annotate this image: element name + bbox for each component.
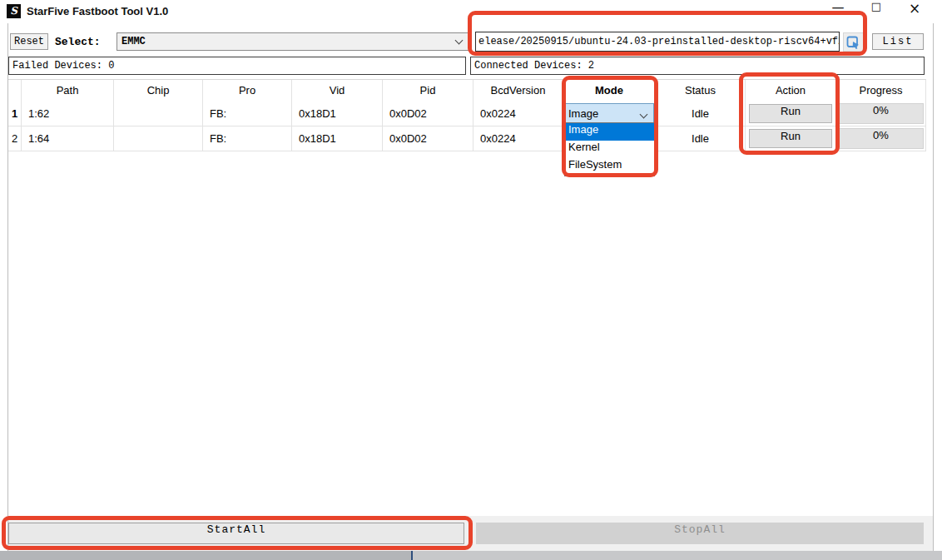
progress-value: 0% bbox=[838, 128, 924, 149]
action-cell: Run bbox=[746, 102, 836, 126]
reset-button[interactable]: Reset bbox=[10, 33, 48, 50]
column-header-progress: Progress bbox=[836, 80, 926, 102]
run-button[interactable]: Run bbox=[749, 129, 832, 148]
taskbar-divider bbox=[411, 551, 413, 560]
progress-cell: 0% bbox=[836, 102, 926, 126]
progress-value: 0% bbox=[838, 103, 924, 124]
vid-cell: 0x18D1 bbox=[292, 126, 383, 151]
mode-dropdown-popup: Image Kernel FileSystem bbox=[564, 122, 655, 176]
image-path-input[interactable]: elease/20250915/ubuntu-24.03-preinstalle… bbox=[475, 32, 840, 52]
row-number: 2 bbox=[8, 126, 22, 151]
pro-cell: FB: bbox=[203, 126, 292, 151]
file-select-icon bbox=[846, 38, 860, 52]
titlebar: S StarFive Fastboot Tool V1.0 — □ × bbox=[0, 0, 942, 23]
chevron-down-icon bbox=[640, 111, 648, 119]
device-table: Path Chip Pro Vid Pid BcdVersion Mode St… bbox=[8, 79, 926, 151]
table-header-row: Path Chip Pro Vid Pid BcdVersion Mode St… bbox=[8, 80, 926, 102]
column-header-path: Path bbox=[22, 80, 114, 102]
maximize-button[interactable]: □ bbox=[857, 0, 895, 23]
table-row: 2 1:64 FB: 0x18D1 0x0D02 0x0224 Idle Run… bbox=[8, 126, 926, 151]
window-border-right bbox=[933, 23, 934, 551]
start-all-button[interactable]: StartAll bbox=[8, 523, 464, 544]
vid-cell: 0x18D1 bbox=[292, 102, 383, 126]
column-header-status: Status bbox=[656, 80, 746, 102]
browse-button[interactable] bbox=[843, 32, 864, 52]
window-title: StarFive Fastboot Tool V1.0 bbox=[27, 5, 168, 17]
path-cell: 1:64 bbox=[22, 126, 114, 151]
chip-cell bbox=[114, 126, 203, 151]
column-header-vid: Vid bbox=[292, 80, 383, 102]
column-header-pid: Pid bbox=[383, 80, 473, 102]
column-header-chip: Chip bbox=[114, 80, 203, 102]
pro-cell: FB: bbox=[203, 102, 292, 126]
action-cell: Run bbox=[746, 126, 836, 151]
column-header-mode: Mode bbox=[563, 80, 656, 102]
desktop-strip-right bbox=[413, 551, 942, 560]
select-label: Select: bbox=[55, 36, 101, 48]
app-icon: S bbox=[7, 4, 21, 18]
row-number: 1 bbox=[8, 102, 22, 126]
connected-devices-box: Connected Devices: 2 bbox=[470, 57, 925, 75]
table-row: 1 1:62 FB: 0x18D1 0x0D02 0x0224 Image Id… bbox=[8, 102, 926, 126]
column-header-pro: Pro bbox=[203, 80, 292, 102]
row-number-header bbox=[8, 80, 22, 102]
run-button[interactable]: Run bbox=[749, 104, 832, 123]
mode-option-image[interactable]: Image bbox=[565, 123, 654, 141]
bcdversion-cell: 0x0224 bbox=[473, 126, 563, 151]
list-button[interactable]: List bbox=[872, 33, 924, 50]
mode-option-filesystem[interactable]: FileSystem bbox=[565, 158, 654, 176]
column-header-action: Action bbox=[746, 80, 836, 102]
target-select[interactable]: EMMC bbox=[117, 32, 471, 51]
failed-devices-box: Failed Devices: 0 bbox=[8, 57, 466, 75]
status-cell: Idle bbox=[656, 126, 746, 151]
stop-all-button[interactable]: StopAll bbox=[476, 523, 924, 544]
pid-cell: 0x0D02 bbox=[383, 126, 473, 151]
mode-combobox-value: Image bbox=[568, 107, 598, 120]
pid-cell: 0x0D02 bbox=[383, 102, 473, 126]
progress-cell: 0% bbox=[836, 126, 926, 151]
column-header-bcdversion: BcdVersion bbox=[473, 80, 563, 102]
chip-cell bbox=[114, 102, 203, 126]
bcdversion-cell: 0x0224 bbox=[473, 102, 563, 126]
status-cell: Idle bbox=[656, 102, 746, 126]
close-button[interactable]: × bbox=[895, 0, 934, 23]
mode-option-kernel[interactable]: Kernel bbox=[565, 141, 654, 158]
path-cell: 1:62 bbox=[22, 102, 114, 126]
minimize-button[interactable]: — bbox=[819, 0, 857, 23]
